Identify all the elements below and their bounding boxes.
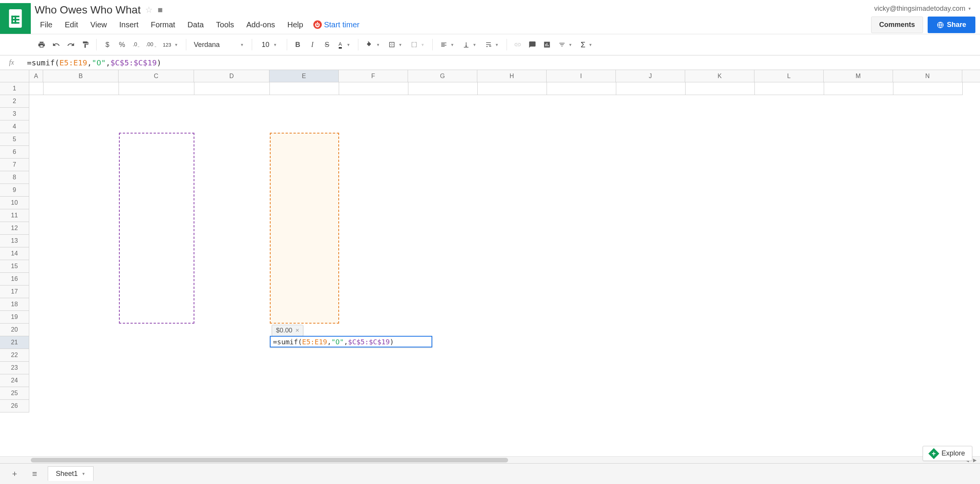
cell[interactable]	[194, 82, 269, 95]
insert-comment-icon[interactable]	[525, 38, 539, 52]
row-header-19[interactable]: 19	[0, 311, 29, 324]
merge-cells-icon[interactable]: ▼	[407, 41, 428, 48]
app-logo[interactable]	[0, 3, 31, 34]
row-header-11[interactable]: 11	[0, 209, 29, 222]
fill-color-icon[interactable]: ▼	[362, 41, 384, 48]
menu-data[interactable]: Data	[182, 18, 209, 32]
add-sheet-icon[interactable]: +	[8, 467, 22, 481]
col-header-B[interactable]: B	[43, 70, 119, 82]
row-header-25[interactable]: 25	[0, 387, 29, 400]
menu-help[interactable]: Help	[282, 18, 309, 32]
italic-icon[interactable]: I	[306, 38, 319, 52]
undo-icon[interactable]	[49, 38, 63, 52]
col-header-K[interactable]: K	[685, 70, 754, 82]
col-header-N[interactable]: N	[893, 70, 962, 82]
cell[interactable]	[269, 82, 339, 95]
row-header-13[interactable]: 13	[0, 235, 29, 247]
row-header-12[interactable]: 12	[0, 222, 29, 235]
decrease-decimal-icon[interactable]: .0←	[130, 38, 144, 52]
star-icon[interactable]: ☆	[145, 5, 153, 15]
row-header-5[interactable]: 5	[0, 133, 29, 146]
more-formats-dropdown[interactable]: 123▼	[159, 42, 182, 48]
folder-icon[interactable]: ■	[157, 5, 162, 15]
comments-button[interactable]: Comments	[871, 17, 923, 33]
row-header-8[interactable]: 8	[0, 171, 29, 184]
row-header-21[interactable]: 21	[0, 336, 29, 349]
currency-icon[interactable]: $	[100, 38, 114, 52]
row-header-26[interactable]: 26	[0, 400, 29, 412]
col-header-A[interactable]: A	[29, 70, 43, 82]
increase-decimal-icon[interactable]: .00→	[144, 38, 158, 52]
row-header-7[interactable]: 7	[0, 159, 29, 171]
cell[interactable]	[893, 82, 962, 95]
text-color-icon[interactable]: A▼	[335, 41, 355, 48]
cell[interactable]	[43, 82, 119, 95]
cell[interactable]	[754, 82, 824, 95]
document-title[interactable]: Who Owes Who What	[35, 4, 140, 16]
row-header-6[interactable]: 6	[0, 146, 29, 159]
col-header-C[interactable]: C	[119, 70, 194, 82]
col-header-J[interactable]: J	[616, 70, 685, 82]
row-header-3[interactable]: 3	[0, 108, 29, 120]
col-header-H[interactable]: H	[477, 70, 547, 82]
col-header-F[interactable]: F	[339, 70, 408, 82]
cell[interactable]	[547, 82, 616, 95]
horizontal-align-icon[interactable]: ▼	[436, 41, 458, 48]
functions-icon[interactable]: Σ▼	[577, 40, 596, 49]
col-header-D[interactable]: D	[194, 70, 269, 82]
redo-icon[interactable]	[64, 38, 78, 52]
share-button[interactable]: Share	[928, 17, 975, 33]
percent-icon[interactable]: %	[115, 38, 129, 52]
cell[interactable]	[339, 82, 408, 95]
cell[interactable]	[824, 82, 893, 95]
cell[interactable]	[685, 82, 754, 95]
row-header-1[interactable]: 1	[0, 82, 29, 95]
close-icon[interactable]: ×	[296, 327, 299, 334]
col-header-G[interactable]: G	[408, 70, 477, 82]
row-header-2[interactable]: 2	[0, 95, 29, 108]
bold-icon[interactable]: B	[291, 38, 305, 52]
col-header-L[interactable]: L	[754, 70, 824, 82]
cell[interactable]	[119, 82, 194, 95]
cell[interactable]	[408, 82, 477, 95]
insert-chart-icon[interactable]	[540, 38, 554, 52]
cell[interactable]	[29, 82, 43, 95]
cell-editor[interactable]: =sumif(E5:E19,"O",$C$5:$C$19)	[270, 336, 432, 347]
horizontal-scrollbar[interactable]: ◀ ▶	[0, 456, 980, 463]
filter-icon[interactable]: ▼	[555, 41, 576, 48]
menu-format[interactable]: Format	[145, 18, 181, 32]
strikethrough-icon[interactable]: S	[320, 38, 334, 52]
menu-addons[interactable]: Add-ons	[241, 18, 281, 32]
paint-format-icon[interactable]	[79, 38, 92, 52]
menu-file[interactable]: File	[35, 18, 58, 32]
cell[interactable]	[477, 82, 547, 95]
insert-link-icon[interactable]	[511, 38, 525, 52]
row-header-15[interactable]: 15	[0, 260, 29, 273]
font-size-select[interactable]: 10▼	[256, 41, 283, 49]
user-email[interactable]: vicky@thingsimadetoday.com ▼	[874, 5, 972, 13]
scrollbar-thumb[interactable]	[31, 458, 508, 462]
spreadsheet-grid[interactable]: A B C D E F G H I J K L M N 123456789101…	[0, 70, 980, 456]
all-sheets-icon[interactable]: ≡	[28, 467, 42, 481]
row-header-24[interactable]: 24	[0, 374, 29, 387]
start-timer-button[interactable]: ⏻ Start timer	[313, 20, 360, 29]
sheet-tab-1[interactable]: Sheet1 ▼	[48, 466, 94, 481]
vertical-align-icon[interactable]: ▼	[459, 41, 480, 48]
text-wrap-icon[interactable]: ▼	[481, 41, 503, 48]
col-header-E[interactable]: E	[269, 70, 339, 82]
borders-icon[interactable]: ▼	[385, 41, 406, 48]
row-header-20[interactable]: 20	[0, 324, 29, 336]
select-all-corner[interactable]	[0, 70, 29, 82]
row-header-17[interactable]: 17	[0, 285, 29, 298]
explore-button[interactable]: Explore	[923, 446, 972, 461]
formula-input[interactable]: =sumif(E5:E19,"O",$C$5:$C$19)	[23, 58, 980, 67]
menu-tools[interactable]: Tools	[211, 18, 239, 32]
row-header-4[interactable]: 4	[0, 120, 29, 133]
menu-view[interactable]: View	[85, 18, 112, 32]
row-header-9[interactable]: 9	[0, 184, 29, 197]
row-header-22[interactable]: 22	[0, 349, 29, 362]
row-header-10[interactable]: 10	[0, 197, 29, 209]
print-icon[interactable]	[35, 38, 48, 52]
col-header-I[interactable]: I	[547, 70, 616, 82]
row-header-23[interactable]: 23	[0, 362, 29, 374]
